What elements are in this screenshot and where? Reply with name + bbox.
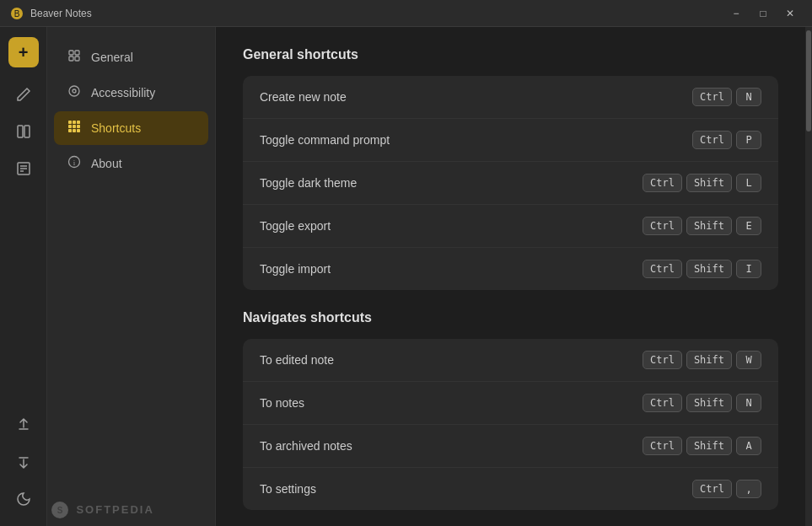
to-notes-keys: Ctrl Shift N [643,394,761,412]
key-ctrl: Ctrl [643,437,682,455]
shortcuts-icon [66,120,83,137]
command-prompt-keys: Ctrl P [692,131,761,149]
accessibility-icon [66,84,83,101]
key-comma: , [736,480,761,498]
navigates-shortcuts-card: To edited note Ctrl Shift W To notes Ctr… [243,339,778,510]
layout-icon-button[interactable] [7,115,40,148]
notebook-icon [15,160,32,177]
nav-accessibility-label: Accessibility [91,86,155,99]
svg-text:B: B [14,9,20,19]
shortcut-row-toggle-export: Toggle export Ctrl Shift E [243,205,778,248]
toggle-export-label: Toggle export [260,219,331,233]
key-w: W [736,351,761,369]
key-shift: Shift [686,217,732,235]
nav-item-about[interactable]: i About [54,147,208,180]
minimize-button[interactable]: − [724,4,748,23]
nav-item-general[interactable]: General [54,40,208,74]
svg-rect-3 [24,126,30,137]
general-shortcuts-card: Create new note Ctrl N Toggle command pr… [243,76,778,290]
toggle-export-keys: Ctrl Shift E [643,217,761,235]
edit-icon [15,86,32,103]
edited-note-label: To edited note [260,353,334,367]
import-icon [15,454,32,470]
command-prompt-label: Toggle command prompt [260,133,390,147]
dark-theme-keys: Ctrl Shift L [643,174,761,192]
shortcut-row-toggle-import: Toggle import Ctrl Shift I [243,248,778,290]
watermark: S SOFTPEDIA [51,501,154,519]
svg-point-13 [73,89,76,93]
svg-rect-2 [18,126,23,137]
app-title: Beaver Notes [30,8,92,19]
key-n: N [736,88,761,106]
export-icon [15,416,32,433]
notebook-icon-button[interactable] [7,152,40,185]
nav-item-shortcuts[interactable]: Shortcuts [54,111,208,145]
key-ctrl: Ctrl [692,88,732,106]
import-icon-button[interactable] [7,445,40,479]
app-body: + [0,27,812,526]
key-ctrl: Ctrl [643,217,682,235]
shortcut-row-to-settings: To settings Ctrl , [243,468,778,510]
close-button[interactable]: ✕ [778,4,802,23]
shortcut-row-create-note: Create new note Ctrl N [243,76,778,119]
navigates-shortcuts-title: Navigates shortcuts [243,310,778,325]
maximize-button[interactable]: □ [751,4,775,23]
shortcut-row-archived-notes: To archived notes Ctrl Shift A [243,425,778,468]
nav-shortcuts-label: Shortcuts [91,121,141,135]
edit-icon-button[interactable] [7,78,40,111]
general-shortcuts-title: General shortcuts [243,47,778,62]
to-notes-label: To notes [260,396,304,410]
svg-rect-17 [68,125,72,128]
export-icon-button[interactable] [7,408,40,442]
add-note-button[interactable]: + [8,37,39,67]
svg-rect-16 [77,121,80,124]
settings-nav: General Accessibility [47,27,216,526]
to-settings-keys: Ctrl , [692,480,761,498]
titlebar: B Beaver Notes − □ ✕ [0,0,812,27]
svg-rect-19 [77,125,80,128]
titlebar-controls: − □ ✕ [724,4,802,23]
softpedia-logo-icon: S [51,501,69,519]
shortcut-row-to-notes: To notes Ctrl Shift N [243,382,778,425]
svg-rect-11 [75,56,79,61]
nav-item-accessibility[interactable]: Accessibility [54,76,208,110]
key-ctrl: Ctrl [643,174,682,192]
key-shift: Shift [686,437,732,455]
dark-theme-label: Toggle dark theme [260,176,357,190]
svg-point-12 [69,86,79,96]
scroll-thumb[interactable] [806,30,811,132]
key-ctrl: Ctrl [643,351,682,369]
svg-rect-10 [69,56,73,61]
svg-text:i: i [73,158,76,167]
key-ctrl: Ctrl [692,480,732,498]
key-a: A [736,437,761,455]
to-settings-label: To settings [260,482,316,496]
icon-sidebar: + [0,27,47,526]
toggle-import-label: Toggle import [260,262,331,276]
general-icon [66,49,83,66]
create-note-label: Create new note [260,90,347,104]
key-shift: Shift [686,394,732,412]
create-note-keys: Ctrl N [692,88,761,106]
about-icon: i [66,155,83,172]
archived-notes-keys: Ctrl Shift A [643,437,761,455]
shortcut-row-edited-note: To edited note Ctrl Shift W [243,339,778,382]
key-shift: Shift [686,174,732,192]
key-p: P [736,131,761,149]
key-ctrl: Ctrl [643,260,682,278]
nav-general-label: General [91,51,133,64]
key-ctrl: Ctrl [692,131,732,149]
key-e: E [736,217,761,235]
scrollbar[interactable] [805,27,812,526]
nav-about-label: About [91,157,122,170]
titlebar-left: B Beaver Notes [10,7,92,20]
key-shift: Shift [686,260,732,278]
key-ctrl: Ctrl [643,394,682,412]
theme-toggle-button[interactable] [7,482,40,516]
svg-rect-8 [69,51,73,55]
watermark-text: SOFTPEDIA [76,503,153,516]
app-icon: B [10,7,24,20]
svg-rect-20 [68,129,72,132]
edited-note-keys: Ctrl Shift W [643,351,761,369]
shortcuts-content: General shortcuts Create new note Ctrl N… [216,27,805,526]
